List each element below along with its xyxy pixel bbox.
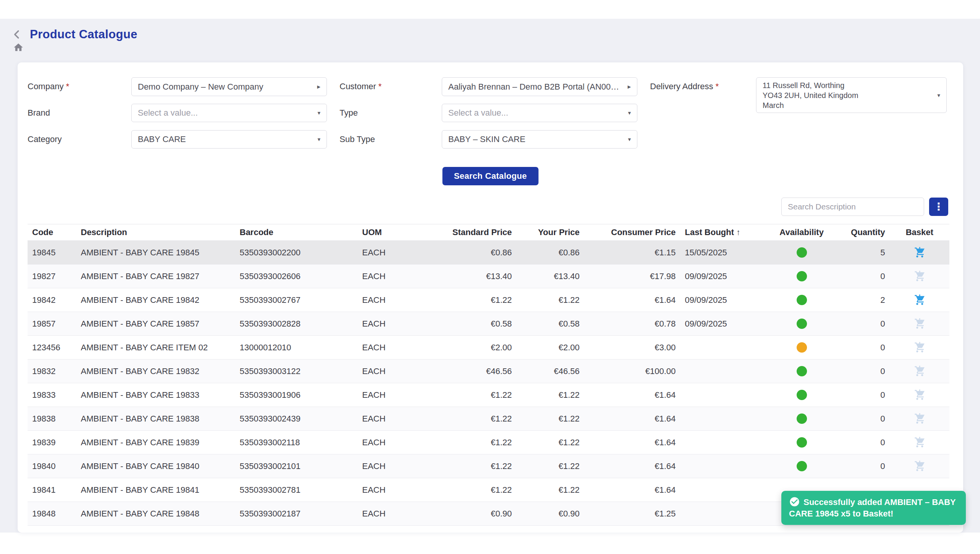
table-row[interactable]: 19840AMBIENT - BABY CARE 198405350393002… (28, 454, 949, 478)
col-header-availability[interactable]: Availability (767, 224, 836, 241)
cell-consumer-price: €1.64 (584, 383, 680, 407)
cell-last-bought (680, 454, 767, 478)
company-select[interactable]: Demo Company – New Company ▸ (131, 77, 327, 96)
table-menu-button[interactable]: ⋮ (929, 198, 948, 216)
cell-quantity[interactable]: 0 (836, 431, 890, 454)
cell-uom: EACH (358, 288, 434, 312)
add-to-basket-button[interactable] (914, 270, 926, 282)
chevron-right-icon: ▸ (317, 83, 320, 91)
table-header-row: Code Description Barcode UOM Standard Pr… (28, 224, 949, 241)
col-header-uom[interactable]: UOM (358, 224, 434, 241)
cell-code: 123456 (28, 336, 76, 360)
add-cart-icon (914, 365, 926, 377)
add-to-basket-button[interactable] (914, 342, 926, 353)
cell-description: AMBIENT - BABY CARE 19838 (76, 407, 235, 431)
col-header-code[interactable]: Code (28, 224, 76, 241)
back-button[interactable] (10, 28, 24, 41)
cell-consumer-price: €1.25 (584, 502, 680, 526)
col-header-consumer-price[interactable]: Consumer Price (584, 224, 680, 241)
cell-your-price: €0.86 (516, 241, 584, 265)
cell-quantity[interactable]: 0 (836, 454, 890, 478)
add-to-basket-button[interactable] (914, 247, 926, 258)
add-to-basket-button[interactable] (914, 294, 926, 306)
cell-availability (767, 312, 836, 336)
search-catalogue-button[interactable]: Search Catalogue (443, 167, 539, 185)
table-row[interactable]: 123456AMBIENT - BABY CARE ITEM 021300001… (28, 336, 949, 360)
table-row[interactable]: 19833AMBIENT - BABY CARE 198335350393001… (28, 383, 949, 407)
cell-quantity[interactable]: 0 (836, 265, 890, 288)
cell-description: AMBIENT - BABY CARE 19848 (76, 502, 235, 526)
cell-quantity[interactable]: 0 (836, 383, 890, 407)
sub-type-select[interactable]: BABY – SKIN CARE ▾ (442, 130, 637, 149)
add-to-basket-button[interactable] (914, 436, 926, 448)
table-body: 19845AMBIENT - BABY CARE 198455350393002… (28, 241, 949, 526)
brand-select[interactable]: Select a value... ▾ (131, 104, 327, 122)
category-select[interactable]: BABY CARE ▾ (131, 130, 327, 149)
cell-barcode: 5350393002200 (235, 241, 358, 265)
cell-last-bought (680, 336, 767, 360)
add-to-basket-button[interactable] (914, 365, 926, 377)
delivery-address-select[interactable]: 11 Russell Rd, Worthing YO43 2UH, United… (756, 77, 947, 113)
kebab-menu-icon: ⋮ (934, 201, 944, 213)
cell-basket (890, 407, 949, 431)
add-to-basket-button[interactable] (914, 413, 926, 425)
success-toast: Successfully added AMBIENT – BABY CARE 1… (781, 491, 966, 525)
sort-ascending-icon: ↑ (736, 228, 740, 237)
table-row[interactable]: 19827AMBIENT - BABY CARE 198275350393002… (28, 265, 949, 288)
cell-availability (767, 288, 836, 312)
col-header-basket[interactable]: Basket (890, 224, 949, 241)
cell-availability (767, 265, 836, 288)
cell-last-bought (680, 360, 767, 383)
cell-quantity[interactable]: 0 (836, 336, 890, 360)
table-row[interactable]: 19842AMBIENT - BABY CARE 198425350393002… (28, 288, 949, 312)
cell-quantity[interactable]: 0 (836, 360, 890, 383)
table-row[interactable]: 19838AMBIENT - BABY CARE 198385350393002… (28, 407, 949, 431)
cell-quantity[interactable]: 0 (836, 407, 890, 431)
col-header-barcode[interactable]: Barcode (235, 224, 358, 241)
cell-your-price: €46.56 (516, 360, 584, 383)
cell-code: 19842 (28, 288, 76, 312)
col-header-last-bought[interactable]: Last Bought↑ (680, 224, 767, 241)
add-to-basket-button[interactable] (914, 318, 926, 330)
cell-basket (890, 336, 949, 360)
cell-description: AMBIENT - BABY CARE 19845 (76, 241, 235, 265)
col-header-your-price[interactable]: Your Price (516, 224, 584, 241)
cell-uom: EACH (358, 265, 434, 288)
availability-green-indicator (797, 366, 807, 376)
required-asterisk: * (66, 82, 69, 91)
home-icon[interactable] (13, 42, 24, 54)
col-header-quantity[interactable]: Quantity (836, 224, 890, 241)
customer-select[interactable]: Aaliyah Brennan – Demo B2B Portal (AN000… (442, 77, 637, 96)
required-asterisk: * (378, 82, 382, 91)
bottom-bar (0, 533, 980, 554)
col-header-description[interactable]: Description (76, 224, 235, 241)
cell-quantity[interactable]: 0 (836, 312, 890, 336)
table-row[interactable]: 19839AMBIENT - BABY CARE 198395350393002… (28, 431, 949, 454)
add-cart-icon (914, 318, 926, 330)
availability-green-indicator (797, 413, 807, 424)
chevron-down-icon: ▾ (317, 136, 320, 143)
cell-description: AMBIENT - BABY CARE 19832 (76, 360, 235, 383)
add-cart-icon (914, 342, 926, 353)
cell-last-bought (680, 407, 767, 431)
cell-standard-price: €1.22 (434, 454, 516, 478)
description-search-input[interactable] (781, 198, 924, 216)
cell-uom: EACH (358, 336, 434, 360)
table-row[interactable]: 19857AMBIENT - BABY CARE 198575350393002… (28, 312, 949, 336)
table-row[interactable]: 19845AMBIENT - BABY CARE 198455350393002… (28, 241, 949, 265)
chevron-down-icon: ▾ (317, 109, 320, 116)
add-to-basket-button[interactable] (914, 460, 926, 472)
cell-code: 19857 (28, 312, 76, 336)
cell-your-price: €1.22 (516, 407, 584, 431)
availability-green-indicator (797, 319, 807, 329)
cell-quantity[interactable]: 5 (836, 241, 890, 265)
type-select[interactable]: Select a value... ▾ (442, 104, 637, 122)
brand-label: Brand (28, 108, 50, 118)
add-to-basket-button[interactable] (914, 389, 926, 401)
add-cart-icon (914, 389, 926, 401)
cell-quantity[interactable]: 2 (836, 288, 890, 312)
table-row[interactable]: 19832AMBIENT - BABY CARE 198325350393003… (28, 360, 949, 383)
cell-description: AMBIENT - BABY CARE 19841 (76, 478, 235, 502)
chevron-right-icon: ▸ (627, 83, 631, 91)
col-header-standard-price[interactable]: Standard Price (434, 224, 516, 241)
